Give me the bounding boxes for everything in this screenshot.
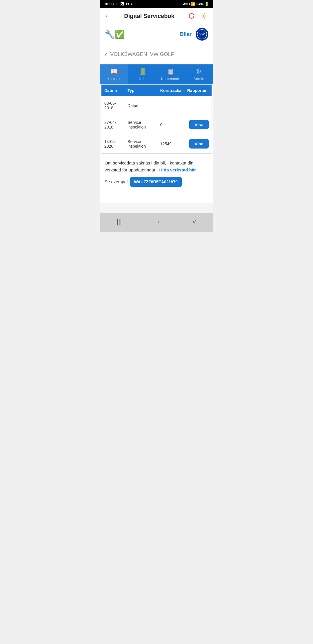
status-dot: • (131, 2, 132, 6)
tab-admin[interactable]: ⚙ Admin (185, 64, 213, 84)
nav-home-button[interactable]: ○ (150, 217, 165, 227)
table-row: 14-04-2020 Service inspektion 12549 Visa (101, 134, 212, 153)
info-section: Om servicedata saknas i din bil, - konta… (100, 154, 213, 193)
tab-historik[interactable]: 📖 Historik (100, 64, 128, 84)
row3-datum: 14-04-2020 (101, 134, 125, 153)
row2-korstrack: 0 (157, 115, 184, 134)
app-bar: ← Digital Servicebok (100, 8, 213, 24)
row3-rapporten: Visa (184, 134, 212, 153)
main-content: Datum Typ Körsträcka Rapporten 03-05-201… (100, 84, 213, 203)
row2-rapporten: Visa (184, 115, 212, 134)
nav-menu-button[interactable]: ||| (111, 217, 128, 227)
row2-typ: Service inspektion (125, 115, 157, 134)
service-table: Datum Typ Körsträcka Rapporten 03-05-201… (101, 85, 212, 153)
row1-korstrack (157, 96, 184, 115)
admin-label: Admin (194, 77, 204, 81)
bottom-nav: ||| ○ < (100, 213, 213, 232)
vin-row: Se exempel: WAUZZZ8R5EA021879 (105, 176, 208, 187)
info-icon: 📗 (139, 68, 146, 75)
admin-icon: ⚙ (196, 68, 202, 75)
status-bar: 10:03 ⊙ 🖼 ⊙ • WiFi 📶 94% 🔋 (100, 0, 213, 8)
info-text: Om servicedata saknas i din bil, - konta… (105, 160, 208, 173)
nav-back-button[interactable]: < (187, 217, 202, 227)
app-bar-actions (188, 12, 208, 20)
car-name-row: ‹ VOLKSWAGEN, VW GOLF (100, 44, 213, 64)
col-rapporten: Rapporten (184, 85, 212, 96)
visa-button-1[interactable]: Visa (189, 120, 209, 129)
signal-icon: 📶 (191, 2, 195, 6)
row1-rapporten (184, 96, 212, 115)
row1-datum: 03-05-2018 (101, 96, 125, 115)
row2-datum: 27-04-2018 (101, 115, 125, 134)
logo-area: 🔧✅ (105, 30, 176, 39)
car-nav-back[interactable]: ‹ (105, 50, 107, 59)
content-spacer (100, 203, 213, 213)
svg-text:VW: VW (199, 32, 205, 36)
row3-korstrack: 12549 (157, 134, 184, 153)
tab-info[interactable]: 📗 Info (128, 64, 157, 84)
table-row: 27-04-2018 Service inspektion 0 Visa (101, 115, 212, 134)
status-icon-1: ⊙ (115, 2, 119, 6)
sub-header: 🔧✅ Bilar VW (100, 24, 213, 44)
historik-label: Historik (108, 77, 120, 81)
tab-bar: 📖 Historik 📗 Info 📋 Kommande ⚙ Admin (100, 64, 213, 84)
col-korstrack: Körsträcka (157, 85, 184, 96)
wrench-check-icon: 🔧✅ (105, 30, 125, 39)
app-bar-title: Digital Servicebok (124, 13, 174, 19)
info-label: Info (139, 77, 145, 81)
kommande-label: Kommande (161, 77, 180, 81)
status-bar-right: WiFi 📶 94% 🔋 (183, 2, 209, 6)
se-exempel-label: Se exempel: (105, 179, 130, 184)
service-table-wrapper: Datum Typ Körsträcka Rapporten 03-05-201… (101, 84, 212, 154)
row3-typ: Service inspektion (125, 134, 157, 153)
status-icon-2: 🖼 (120, 2, 124, 6)
bilar-link[interactable]: Bilar (180, 31, 192, 37)
historik-icon: 📖 (110, 68, 118, 75)
settings-icon[interactable] (200, 12, 208, 20)
kommande-icon: 📋 (167, 68, 174, 75)
status-icon-3: ⊙ (126, 2, 129, 6)
col-typ: Typ (125, 85, 157, 96)
status-bar-left: 10:03 ⊙ 🖼 ⊙ • (104, 2, 132, 6)
table-row: 03-05-2018 Datum (101, 96, 212, 115)
status-time: 10:03 (104, 2, 114, 6)
row1-typ: Datum (125, 96, 157, 115)
vin-badge[interactable]: WAUZZZ8R5EA021879 (130, 177, 182, 187)
car-name-text: VOLKSWAGEN, VW GOLF (110, 51, 174, 57)
back-button[interactable]: ← (105, 12, 111, 20)
visa-button-2[interactable]: Visa (189, 139, 209, 149)
col-datum: Datum (101, 85, 125, 96)
table-header-row: Datum Typ Körsträcka Rapporten (101, 85, 212, 96)
svg-point-0 (203, 15, 205, 17)
refresh-icon[interactable] (188, 12, 196, 20)
wifi-icon: WiFi (183, 2, 190, 6)
hitta-verkstad-link[interactable]: Hitta verkstad här (159, 167, 196, 172)
tab-kommande[interactable]: 📋 Kommande (156, 64, 185, 84)
battery-text: 94% (196, 2, 203, 6)
battery-icon: 🔋 (205, 2, 209, 6)
vw-logo: VW (196, 28, 208, 41)
